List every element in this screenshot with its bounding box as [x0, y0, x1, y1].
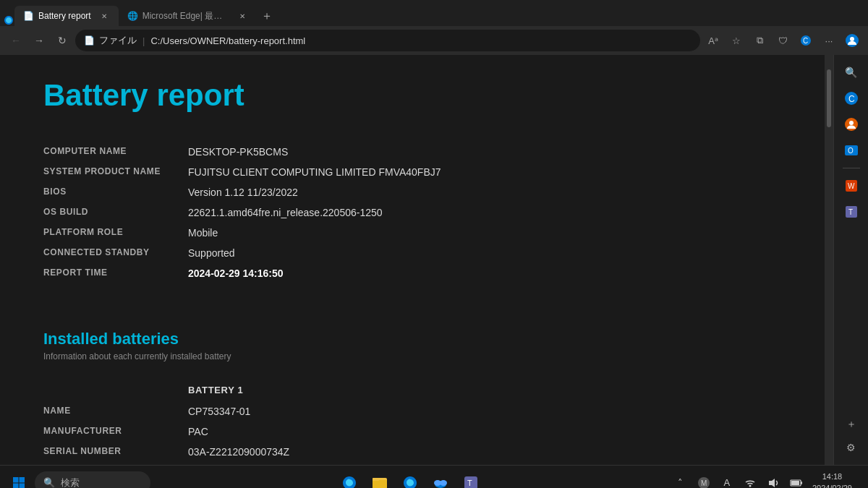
row-value: 22621.1.amd64fre.ni_release.220506-1250 — [188, 202, 781, 223]
row-label: SERIAL NUMBER — [43, 442, 188, 462]
table-row: CHEMISTRY LIon — [43, 462, 781, 465]
taskbar-wifi-icon[interactable] — [740, 473, 760, 489]
sidebar-outlook-icon[interactable]: O — [840, 139, 863, 162]
taskbar-meet-icon[interactable]: M — [694, 473, 714, 489]
address-prefix: ファイル — [99, 34, 137, 47]
row-value: 03A-Z221209000734Z — [188, 442, 781, 462]
taskbar-teams-app[interactable]: T — [456, 468, 485, 489]
svg-point-7 — [849, 121, 854, 125]
sidebar-add-icon[interactable]: ＋ — [840, 413, 863, 436]
browser-essentials-button[interactable]: 🛡 — [773, 30, 793, 51]
collections-button[interactable]: ⧉ — [749, 30, 770, 51]
sidebar-office-icon[interactable]: W — [840, 174, 863, 197]
sidebar-gear-icon[interactable]: ⚙ — [840, 436, 863, 459]
read-aloud-button[interactable]: Aᵃ — [703, 30, 723, 51]
taskbar-volume-icon[interactable] — [763, 473, 783, 489]
browser-logo — [3, 14, 14, 26]
table-row: OS BUILD 22621.1.amd64fre.ni_release.220… — [43, 202, 781, 223]
sidebar-divider — [843, 168, 860, 168]
browser-body: Battery report COMPUTER NAME DESKTOP-PK5… — [0, 55, 868, 465]
svg-rect-19 — [373, 480, 387, 489]
row-value: FUJITSU CLIENT COMPUTING LIMITED FMVA40F… — [188, 162, 781, 182]
profile-button[interactable] — [842, 30, 862, 51]
taskbar-clock[interactable]: 14:18 2024/02/29 — [809, 471, 855, 488]
svg-text:C: C — [803, 37, 808, 45]
forward-button[interactable]: → — [29, 30, 49, 51]
tab-edge-news[interactable]: 🌐 Microsoft Edge| 最新情報 ✕ — [119, 6, 257, 26]
scrollbar-thumb[interactable] — [827, 69, 831, 127]
table-row: COMPUTER NAME DESKTOP-PK5BCMS — [43, 142, 781, 162]
address-url: C:/Users/OWNER/battery-report.html — [150, 35, 305, 46]
row-label: MANUFACTURER — [43, 421, 188, 442]
tab-close-battery[interactable]: ✕ — [98, 10, 110, 22]
taskbar-apps: T — [153, 468, 668, 489]
table-row: SERIAL NUMBER 03A-Z221209000734Z — [43, 442, 781, 462]
svg-text:C: C — [848, 94, 855, 104]
taskbar-edge2-app[interactable] — [396, 468, 425, 489]
svg-rect-14 — [13, 477, 19, 483]
system-info-table: COMPUTER NAME DESKTOP-PK5BCMS SYSTEM PRO… — [43, 142, 781, 283]
svg-rect-20 — [373, 478, 379, 481]
row-label: BIOS — [43, 182, 188, 202]
taskbar-show-hidden-icon[interactable]: ˄ — [671, 473, 691, 489]
sidebar-profile-icon[interactable] — [840, 113, 863, 136]
taskbar-battery-icon[interactable] — [786, 473, 807, 489]
copilot-button[interactable]: C — [796, 30, 816, 51]
sidebar-teams-icon[interactable]: T — [840, 200, 863, 223]
content-area: Battery report COMPUTER NAME DESKTOP-PK5… — [0, 55, 825, 465]
taskbar-input-icon[interactable]: A — [717, 473, 737, 489]
svg-rect-16 — [13, 483, 19, 488]
row-label: NAME — [43, 401, 188, 421]
svg-text:M: M — [701, 479, 707, 487]
svg-rect-17 — [20, 483, 25, 488]
svg-rect-15 — [20, 477, 25, 483]
svg-point-3 — [850, 37, 854, 41]
nav-bar: ← → ↻ 📄 ファイル | C:/Users/OWNER/battery-re… — [0, 26, 868, 55]
show-desktop-button[interactable] — [858, 470, 862, 489]
scrollbar[interactable] — [825, 55, 833, 465]
row-value: Version 1.12 11/23/2022 — [188, 182, 781, 202]
row-label: CHEMISTRY — [43, 462, 188, 465]
start-button[interactable] — [6, 470, 32, 489]
row-label: COMPUTER NAME — [43, 142, 188, 162]
row-value: CP753347-01 — [188, 401, 781, 421]
sidebar-search-icon[interactable]: 🔍 — [840, 61, 863, 84]
row-value: 2024-02-29 14:16:50 — [188, 263, 781, 283]
taskbar-onedrive-app[interactable] — [426, 468, 455, 489]
svg-point-23 — [440, 480, 447, 486]
batteries-section-title: Installed batteries — [43, 330, 781, 348]
row-label: SYSTEM PRODUCT NAME — [43, 162, 188, 182]
tab-battery-report[interactable]: 📄 Battery report ✕ — [14, 6, 119, 26]
refresh-button[interactable]: ↻ — [52, 30, 72, 51]
row-label: PLATFORM ROLE — [43, 223, 188, 243]
row-label: OS BUILD — [43, 202, 188, 223]
taskbar-file-explorer-app[interactable] — [365, 468, 394, 489]
favorites-button[interactable]: ☆ — [726, 30, 746, 51]
tab-doc-icon: 📄 — [23, 11, 34, 21]
table-row: REPORT TIME 2024-02-29 14:16:50 — [43, 263, 781, 283]
battery-header: BATTERY 1 — [43, 379, 781, 401]
row-value: LIon — [188, 462, 781, 465]
sidebar-copilot-icon[interactable]: C — [840, 87, 863, 110]
address-bar[interactable]: 📄 ファイル | C:/Users/OWNER/battery-report.h… — [75, 30, 700, 51]
table-row: BIOS Version 1.12 11/23/2022 — [43, 182, 781, 202]
svg-point-28 — [749, 484, 751, 487]
batteries-section-subtitle: Information about each currently install… — [43, 351, 781, 361]
clock-date: 2024/02/29 — [812, 483, 852, 489]
svg-text:O: O — [848, 147, 854, 155]
page-content: Battery report COMPUTER NAME DESKTOP-PK5… — [0, 55, 825, 465]
back-button[interactable]: ← — [6, 30, 26, 51]
tab-battery-report-label: Battery report — [38, 11, 91, 21]
sidebar-bottom: ＋ ⚙ — [840, 413, 863, 459]
battery-table: NAME CP753347-01 MANUFACTURER PAC SERIAL… — [43, 401, 781, 465]
file-icon: 📄 — [84, 35, 95, 46]
taskbar-edge-app[interactable] — [335, 468, 364, 489]
settings-more-button[interactable]: ··· — [819, 30, 839, 51]
tab-close-edge[interactable]: ✕ — [237, 10, 248, 22]
table-row: SYSTEM PRODUCT NAME FUJITSU CLIENT COMPU… — [43, 162, 781, 182]
address-separator: | — [142, 35, 145, 46]
svg-text:W: W — [848, 182, 855, 190]
new-tab-button[interactable]: ＋ — [257, 6, 277, 26]
taskbar-search[interactable]: 🔍 検索 — [35, 471, 150, 489]
row-value: PAC — [188, 421, 781, 442]
